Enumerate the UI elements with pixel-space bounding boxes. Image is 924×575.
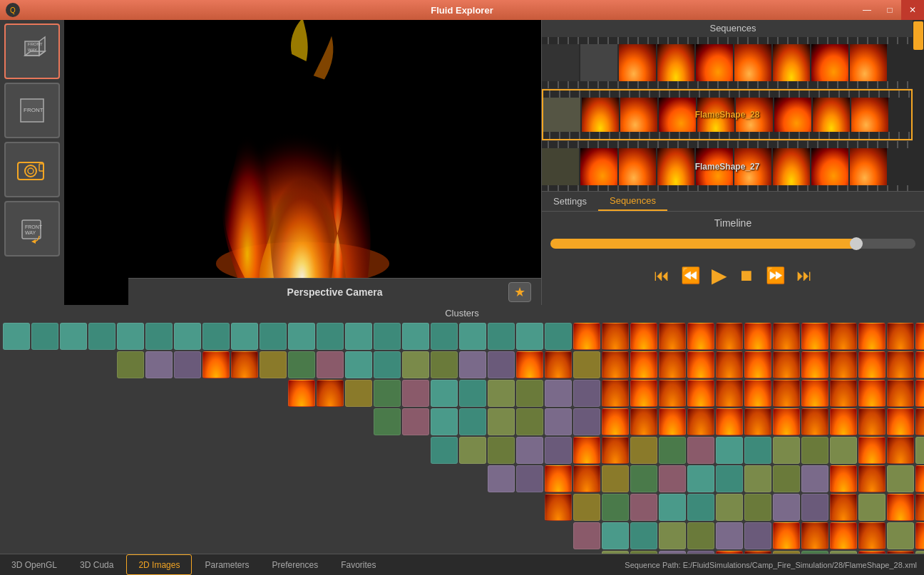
- cluster-item[interactable]: [488, 323, 515, 350]
- cluster-item[interactable]: [602, 465, 629, 492]
- cluster-item[interactable]: [602, 437, 629, 464]
- cluster-item[interactable]: [31, 323, 58, 350]
- tab-parameters[interactable]: Parameters: [193, 554, 260, 575]
- maximize-button[interactable]: □: [878, 0, 901, 20]
- cluster-item[interactable]: [117, 323, 144, 350]
- cluster-item[interactable]: [716, 437, 743, 464]
- cluster-item[interactable]: [687, 522, 714, 549]
- camera-view-perspective[interactable]: FRONT WAY: [4, 24, 60, 79]
- cluster-item[interactable]: [459, 408, 486, 435]
- cluster-item[interactable]: [202, 351, 230, 378]
- cluster-item[interactable]: [801, 437, 828, 464]
- tab-3d-opengl[interactable]: 3D OpenGL: [0, 554, 68, 575]
- cluster-item[interactable]: [915, 323, 924, 350]
- cluster-item[interactable]: [374, 408, 401, 435]
- cluster-item[interactable]: [545, 323, 572, 350]
- cluster-item[interactable]: [630, 437, 657, 464]
- close-button[interactable]: ✕: [901, 0, 924, 20]
- cluster-item[interactable]: [345, 351, 372, 378]
- cluster-item[interactable]: [60, 323, 87, 350]
- cluster-item[interactable]: [573, 494, 600, 521]
- cluster-item[interactable]: [773, 408, 800, 435]
- tab-preferences[interactable]: Preferences: [260, 554, 329, 575]
- cluster-item[interactable]: [773, 351, 800, 378]
- cluster-item[interactable]: [202, 323, 230, 350]
- cluster-item[interactable]: [602, 323, 629, 350]
- tab-favorites[interactable]: Favorites: [329, 554, 387, 575]
- cluster-item[interactable]: [516, 380, 543, 407]
- cluster-item[interactable]: [887, 323, 914, 350]
- cluster-item[interactable]: [431, 351, 458, 378]
- stop-button[interactable]: ⏹: [739, 268, 754, 284]
- cluster-item[interactable]: [317, 323, 344, 350]
- cluster-item[interactable]: [402, 408, 429, 435]
- cluster-item[interactable]: [488, 437, 515, 464]
- cluster-item[interactable]: [716, 323, 743, 350]
- cluster-item[interactable]: [659, 437, 686, 464]
- cluster-item[interactable]: [659, 465, 686, 492]
- cluster-item[interactable]: [516, 437, 543, 464]
- cluster-item[interactable]: [801, 494, 828, 521]
- cluster-item[interactable]: [830, 437, 857, 464]
- cluster-item[interactable]: [431, 437, 458, 464]
- cluster-item[interactable]: [260, 323, 287, 350]
- cluster-item[interactable]: [830, 351, 857, 378]
- cluster-item[interactable]: [915, 351, 924, 378]
- 3d-viewport[interactable]: Perspective Camera ★: [64, 20, 541, 305]
- cluster-item[interactable]: [858, 351, 885, 378]
- cluster-item[interactable]: [545, 465, 572, 492]
- cluster-item[interactable]: [545, 494, 572, 521]
- cluster-item[interactable]: [431, 380, 458, 407]
- cluster-item[interactable]: [602, 408, 629, 435]
- star-button[interactable]: ★: [508, 282, 531, 302]
- cluster-item[interactable]: [145, 323, 173, 350]
- fast-forward-button[interactable]: ⏩: [766, 268, 785, 284]
- cluster-item[interactable]: [716, 380, 743, 407]
- cluster-item[interactable]: [145, 351, 173, 378]
- cluster-item[interactable]: [231, 323, 258, 350]
- cluster-item[interactable]: [887, 551, 914, 554]
- cluster-item[interactable]: [374, 323, 401, 350]
- cluster-item[interactable]: [630, 465, 657, 492]
- cluster-item[interactable]: [830, 494, 857, 521]
- cluster-item[interactable]: [573, 408, 600, 435]
- cluster-item[interactable]: [545, 380, 572, 407]
- minimize-button[interactable]: —: [856, 0, 878, 20]
- cluster-item[interactable]: [488, 380, 515, 407]
- cluster-item[interactable]: [488, 408, 515, 435]
- cluster-item[interactable]: [773, 465, 800, 492]
- cluster-item[interactable]: [659, 551, 686, 554]
- cluster-item[interactable]: [716, 522, 743, 549]
- cluster-item[interactable]: [887, 437, 914, 464]
- play-button[interactable]: ▶: [712, 266, 727, 286]
- cluster-item[interactable]: [830, 380, 857, 407]
- cluster-item[interactable]: [117, 351, 144, 378]
- filmstrip-row-1[interactable]: [542, 37, 913, 88]
- cluster-item[interactable]: [687, 494, 714, 521]
- rewind-button[interactable]: ⏪: [681, 268, 700, 284]
- cluster-item[interactable]: [887, 522, 914, 549]
- cluster-item[interactable]: [801, 323, 828, 350]
- cluster-item[interactable]: [431, 323, 458, 350]
- cluster-item[interactable]: [858, 465, 885, 492]
- cluster-item[interactable]: [716, 351, 743, 378]
- cluster-item[interactable]: [402, 380, 429, 407]
- cluster-item[interactable]: [858, 380, 885, 407]
- cluster-item[interactable]: [459, 380, 486, 407]
- cluster-item[interactable]: [687, 551, 714, 554]
- cluster-item[interactable]: [858, 408, 885, 435]
- cluster-item[interactable]: [887, 351, 914, 378]
- cluster-item[interactable]: [573, 323, 600, 350]
- cluster-item[interactable]: [459, 437, 486, 464]
- cluster-item[interactable]: [744, 551, 771, 554]
- skip-start-button[interactable]: ⏮: [654, 268, 669, 284]
- cluster-item[interactable]: [602, 494, 629, 521]
- camera-view-rotate[interactable]: FRONT WAY: [4, 201, 60, 257]
- cluster-item[interactable]: [716, 465, 743, 492]
- cluster-item[interactable]: [915, 494, 924, 521]
- cluster-item[interactable]: [488, 465, 515, 492]
- cluster-item[interactable]: [858, 551, 885, 554]
- cluster-item[interactable]: [88, 323, 115, 350]
- cluster-item[interactable]: [858, 437, 885, 464]
- tab-settings[interactable]: Settings: [542, 192, 598, 211]
